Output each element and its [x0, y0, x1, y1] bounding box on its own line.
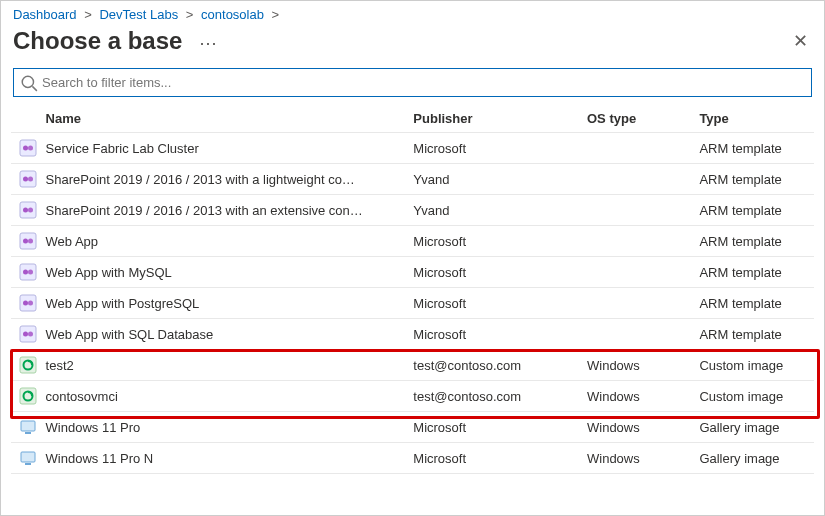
row-type: Custom image — [691, 350, 814, 381]
col-publisher[interactable]: Publisher — [405, 105, 579, 133]
custom-icon — [19, 356, 37, 374]
svg-point-16 — [28, 270, 33, 275]
row-os: Windows — [579, 443, 691, 474]
row-os: Windows — [579, 381, 691, 412]
row-os — [579, 133, 691, 164]
close-button[interactable]: ✕ — [789, 26, 812, 56]
table-row[interactable]: Web App with PostgreSQLMicrosoftARM temp… — [11, 288, 814, 319]
row-icon — [11, 350, 38, 381]
azure-icon — [19, 201, 37, 219]
svg-rect-29 — [21, 452, 35, 462]
svg-point-4 — [28, 146, 33, 151]
row-icon — [11, 164, 38, 195]
row-type: Gallery image — [691, 443, 814, 474]
table-row[interactable]: contosovmcitest@contoso.comWindowsCustom… — [11, 381, 814, 412]
breadcrumb-devtestlabs[interactable]: DevTest Labs — [99, 7, 178, 22]
svg-point-7 — [28, 177, 33, 182]
row-name: Web App with MySQL — [38, 257, 406, 288]
table-row[interactable]: Service Fabric Lab ClusterMicrosoftARM t… — [11, 133, 814, 164]
svg-rect-23 — [20, 357, 36, 373]
svg-point-9 — [23, 208, 28, 213]
row-os — [579, 164, 691, 195]
row-publisher: test@contoso.com — [405, 381, 579, 412]
row-icon — [11, 195, 38, 226]
svg-rect-25 — [20, 388, 36, 404]
row-name: Windows 11 Pro — [38, 412, 406, 443]
breadcrumb-dashboard[interactable]: Dashboard — [13, 7, 77, 22]
row-publisher: Microsoft — [405, 443, 579, 474]
svg-line-1 — [32, 86, 37, 91]
row-name: SharePoint 2019 / 2016 / 2013 with an ex… — [38, 195, 406, 226]
row-type: ARM template — [691, 195, 814, 226]
row-publisher: Microsoft — [405, 226, 579, 257]
svg-point-15 — [23, 270, 28, 275]
row-icon — [11, 443, 38, 474]
row-os — [579, 288, 691, 319]
row-name: Web App — [38, 226, 406, 257]
table-row[interactable]: Web App with SQL DatabaseMicrosoftARM te… — [11, 319, 814, 350]
svg-point-0 — [22, 76, 33, 87]
row-publisher: Microsoft — [405, 257, 579, 288]
row-os — [579, 257, 691, 288]
row-type: ARM template — [691, 319, 814, 350]
row-type: Custom image — [691, 381, 814, 412]
table-row[interactable]: Web App with MySQLMicrosoftARM template — [11, 257, 814, 288]
row-os: Windows — [579, 350, 691, 381]
table-row[interactable]: SharePoint 2019 / 2016 / 2013 with a lig… — [11, 164, 814, 195]
svg-point-13 — [28, 239, 33, 244]
col-name[interactable]: Name — [38, 105, 406, 133]
row-name: Web App with SQL Database — [38, 319, 406, 350]
row-icon — [11, 226, 38, 257]
table-header-row: Name Publisher OS type Type — [11, 105, 814, 133]
row-os — [579, 319, 691, 350]
svg-point-19 — [28, 301, 33, 306]
row-icon — [11, 319, 38, 350]
more-button[interactable]: ⋯ — [199, 33, 217, 53]
page-title: Choose a base — [13, 27, 182, 54]
row-type: ARM template — [691, 288, 814, 319]
table-row[interactable]: SharePoint 2019 / 2016 / 2013 with an ex… — [11, 195, 814, 226]
custom-icon — [19, 387, 37, 405]
row-publisher: Microsoft — [405, 319, 579, 350]
base-table: Name Publisher OS type Type Service Fabr… — [11, 105, 814, 474]
row-publisher: Yvand — [405, 195, 579, 226]
table-row[interactable]: Web AppMicrosoftARM template — [11, 226, 814, 257]
row-publisher: Microsoft — [405, 288, 579, 319]
row-os — [579, 195, 691, 226]
svg-rect-30 — [25, 463, 31, 465]
row-name: SharePoint 2019 / 2016 / 2013 with a lig… — [38, 164, 406, 195]
row-publisher: Yvand — [405, 164, 579, 195]
svg-point-6 — [23, 177, 28, 182]
svg-rect-27 — [21, 421, 35, 431]
row-publisher: Microsoft — [405, 412, 579, 443]
row-name: Windows 11 Pro N — [38, 443, 406, 474]
svg-point-21 — [23, 332, 28, 337]
svg-point-12 — [23, 239, 28, 244]
search-input[interactable] — [38, 73, 805, 92]
table-row[interactable]: test2test@contoso.comWindowsCustom image — [11, 350, 814, 381]
col-type[interactable]: Type — [691, 105, 814, 133]
row-publisher: test@contoso.com — [405, 350, 579, 381]
col-os[interactable]: OS type — [579, 105, 691, 133]
azure-icon — [19, 232, 37, 250]
row-publisher: Microsoft — [405, 133, 579, 164]
table-row[interactable]: Windows 11 ProMicrosoftWindowsGallery im… — [11, 412, 814, 443]
breadcrumb-contosolab[interactable]: contosolab — [201, 7, 264, 22]
row-icon — [11, 133, 38, 164]
azure-icon — [19, 263, 37, 281]
row-type: ARM template — [691, 226, 814, 257]
row-name: test2 — [38, 350, 406, 381]
search-icon — [20, 74, 38, 92]
table-row[interactable]: Windows 11 Pro NMicrosoftWindowsGallery … — [11, 443, 814, 474]
chevron-right-icon: > — [84, 7, 92, 22]
chevron-right-icon: > — [272, 7, 280, 22]
vm-icon — [19, 418, 37, 436]
svg-point-22 — [28, 332, 33, 337]
row-icon — [11, 381, 38, 412]
azure-icon — [19, 170, 37, 188]
azure-icon — [19, 294, 37, 312]
azure-icon — [19, 139, 37, 157]
search-box[interactable] — [13, 68, 812, 97]
row-os: Windows — [579, 412, 691, 443]
row-type: ARM template — [691, 164, 814, 195]
